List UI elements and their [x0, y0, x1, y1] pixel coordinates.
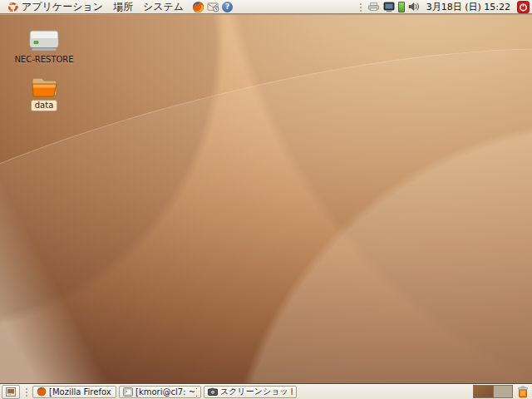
folder-icon: [29, 75, 59, 98]
system-tray: 3月18日 (日) 15:22: [357, 1, 530, 13]
panel-clock[interactable]: 3月18日 (日) 15:22: [423, 1, 514, 13]
battery-icon[interactable]: [398, 2, 405, 12]
desktop-icon-data[interactable]: data: [16, 75, 72, 111]
panel-drag-handle[interactable]: [358, 2, 362, 12]
show-desktop-button[interactable]: [2, 385, 20, 399]
menu-places-label: 場所: [113, 0, 133, 14]
volume-icon[interactable]: [408, 2, 420, 12]
desktop-wallpaper[interactable]: NEC-RESTORE data: [0, 15, 532, 383]
workspace-switcher: [473, 385, 513, 398]
wallpaper-swoosh: [0, 15, 532, 383]
tasklist-drag-handle[interactable]: [24, 387, 28, 397]
workspace-1[interactable]: [474, 386, 493, 397]
camera-icon: [208, 387, 218, 396]
help-icon[interactable]: ?: [222, 2, 233, 12]
terminal-icon: [123, 387, 133, 397]
power-button-icon[interactable]: [517, 1, 530, 13]
firefox-launcher-icon[interactable]: [192, 1, 204, 13]
task-button-terminal[interactable]: [kmori@cl7: ~]: [119, 386, 201, 398]
mail-clock-icon[interactable]: [207, 2, 219, 12]
task-label: スクリーンショットの取...: [220, 386, 293, 397]
task-button-firefox[interactable]: [Mozilla Firefox]: [32, 386, 116, 398]
panel-launchers: ?: [192, 1, 233, 13]
menu-system[interactable]: システム: [138, 0, 189, 13]
hard-drive-icon: [27, 28, 62, 53]
desktop-icon-label: NEC-RESTORE: [14, 55, 73, 65]
trash-icon: [517, 386, 529, 398]
ubuntu-logo-icon: [7, 2, 18, 12]
desktop-icon-label: data: [31, 100, 58, 111]
display-icon[interactable]: [383, 2, 395, 12]
task-button-screenshot[interactable]: スクリーンショットの取...: [204, 386, 297, 398]
menu-applications-label: アプリケーション: [22, 0, 103, 14]
top-panel: アプリケーション 場所 システム: [0, 0, 532, 14]
desktop-screen: アプリケーション 場所 システム: [0, 0, 532, 399]
firefox-icon: [37, 387, 47, 397]
task-label: [Mozilla Firefox]: [49, 387, 112, 397]
menu-applications[interactable]: アプリケーション: [2, 0, 108, 13]
bottom-panel: [Mozilla Firefox] [kmori@cl7: ~]: [0, 383, 532, 399]
menu-system-label: システム: [143, 0, 184, 14]
desktop-icon-nec-restore[interactable]: NEC-RESTORE: [16, 28, 72, 65]
task-label: [kmori@cl7: ~]: [135, 387, 197, 397]
workspace-2[interactable]: [493, 386, 512, 397]
trash-applet[interactable]: [515, 385, 530, 399]
menu-places[interactable]: 場所: [108, 0, 138, 13]
printer-icon[interactable]: [367, 2, 380, 12]
